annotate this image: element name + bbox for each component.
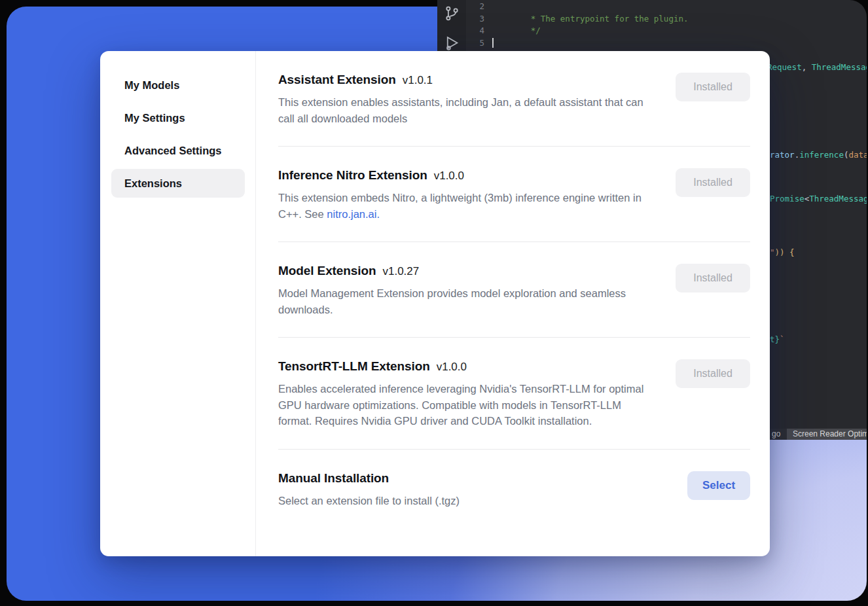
manual-installation-row: Manual Installation Select an extension …: [278, 450, 750, 529]
extension-row: Model Extension v1.0.27 Model Management…: [278, 242, 750, 337]
extension-version: v1.0.1: [403, 74, 433, 87]
code-fragment: rator.inference(data));: [770, 149, 867, 162]
sidebar-item-my-models[interactable]: My Models: [111, 71, 245, 99]
line-number: 3: [466, 13, 484, 26]
line-number: 4: [466, 25, 484, 37]
installed-button[interactable]: Installed: [676, 73, 750, 101]
installed-button[interactable]: Installed: [676, 264, 750, 293]
code-line: 2 * The entrypoint for the plugin.: [437, 1, 867, 13]
extension-version: v1.0.27: [382, 265, 419, 278]
extension-title: TensortRT-LLM Extension: [278, 359, 430, 374]
status-bar-text: go: [772, 429, 780, 440]
nitro-jan-ai-link[interactable]: nitro.jan.ai.: [327, 208, 380, 220]
extension-description: Enables accelerated inference leveraging…: [278, 381, 657, 429]
code-fragment: Promise<ThreadMessage>: [770, 193, 867, 205]
settings-modal: My Models My Settings Advanced Settings …: [100, 51, 770, 556]
extension-row: Assistant Extension v1.0.1 This extensio…: [278, 51, 750, 146]
extension-row: TensortRT-LLM Extension v1.0.0 Enables a…: [278, 338, 750, 449]
extension-row: Inference Nitro Extension v1.0.0 This ex…: [278, 147, 750, 241]
extension-description: Model Management Extension provides mode…: [278, 285, 657, 317]
manual-installation-title: Manual Installation: [278, 471, 389, 486]
manual-installation-description: Select an extension file to install (.tg…: [278, 493, 657, 509]
sidebar-item-my-settings[interactable]: My Settings: [111, 103, 245, 132]
extension-version: v1.0.0: [434, 169, 464, 183]
code-fragment: ")) {: [770, 247, 795, 259]
sidebar-item-extensions[interactable]: Extensions: [111, 169, 245, 198]
code-line: 3 */: [437, 13, 867, 26]
extension-title: Model Extension: [278, 264, 376, 278]
installed-button[interactable]: Installed: [676, 168, 750, 197]
line-number: 2: [466, 1, 484, 13]
line-number: 5: [466, 37, 484, 50]
code-line: 4: [437, 25, 867, 37]
select-file-button[interactable]: Select: [687, 471, 750, 500]
code-line: 5// Web / extension runtime: [437, 37, 867, 50]
screen-reader-status[interactable]: Screen Reader Optimized: [787, 429, 867, 440]
extension-description: This extension embeds Nitro, a lightweig…: [278, 190, 657, 222]
text-cursor: [492, 38, 494, 48]
code-fragment: t}`: [770, 334, 785, 346]
extension-title: Assistant Extension: [278, 73, 396, 87]
sidebar-item-advanced-settings[interactable]: Advanced Settings: [111, 136, 245, 165]
extension-description: This extension enables assistants, inclu…: [278, 94, 657, 126]
extensions-panel: Assistant Extension v1.0.1 This extensio…: [256, 51, 770, 556]
extension-version: v1.0.0: [437, 361, 467, 374]
extension-title: Inference Nitro Extension: [278, 168, 427, 183]
installed-button[interactable]: Installed: [676, 359, 750, 388]
settings-sidebar: My Models My Settings Advanced Settings …: [100, 51, 256, 556]
